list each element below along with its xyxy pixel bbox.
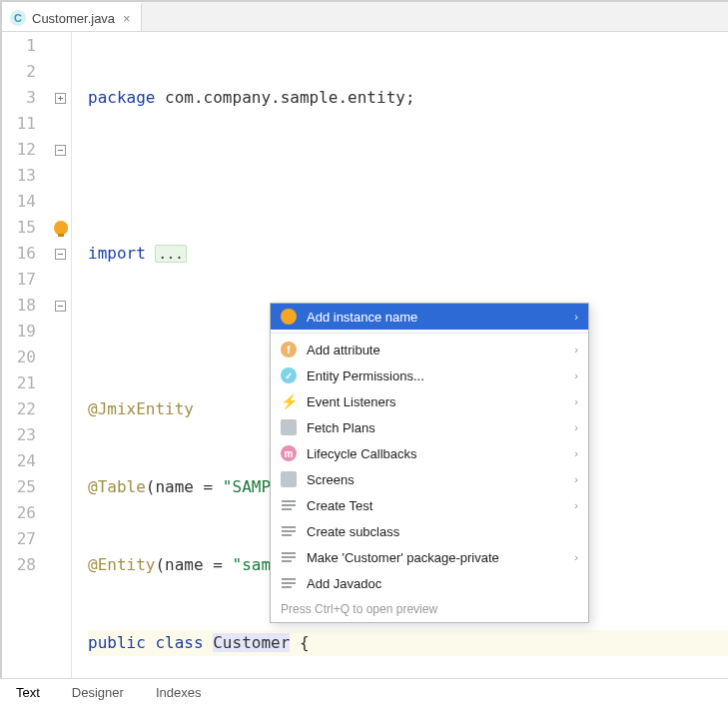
field-icon: f <box>281 342 297 357</box>
lines-icon <box>281 575 297 591</box>
annotation: @Entity <box>88 555 155 574</box>
chevron-right-icon: › <box>574 344 578 355</box>
chevron-right-icon: › <box>574 473 578 485</box>
menu-label: Create subclass <box>307 524 399 539</box>
menu-label: Make 'Customer' package-private <box>307 550 499 565</box>
fold-collapse-icon[interactable] <box>50 137 71 163</box>
code-editor: 1 2 3 11 12 13 14 15 16 17 18 19 20 21 2… <box>2 32 728 678</box>
chevron-right-icon: › <box>574 421 578 433</box>
menu-item-make-package-private[interactable]: Make 'Customer' package-private › <box>271 544 588 570</box>
class-name: Customer <box>213 633 290 652</box>
line-number: 11 <box>2 111 50 137</box>
lines-icon <box>281 523 297 539</box>
menu-label: Screens <box>307 472 355 487</box>
method-icon: m <box>281 445 297 461</box>
menu-item-create-test[interactable]: Create Test › <box>271 492 588 518</box>
menu-item-create-subclass[interactable]: Create subclass <box>271 518 588 544</box>
lines-icon <box>281 549 297 565</box>
line-number-gutter: 1 2 3 11 12 13 14 15 16 17 18 19 20 21 2… <box>2 32 50 678</box>
line-number: 3 <box>2 85 50 111</box>
fold-expand-icon[interactable] <box>50 85 71 111</box>
bulb-icon <box>281 309 297 325</box>
fold-gutter <box>50 32 72 678</box>
menu-label: Add Javadoc <box>307 576 381 591</box>
line-number: 19 <box>2 319 50 345</box>
kw: public class <box>88 633 204 652</box>
kw: package <box>88 88 155 107</box>
menu-label: Add instance name <box>307 310 417 325</box>
intention-bulb-icon[interactable] <box>50 215 71 241</box>
line-number: 21 <box>2 370 50 396</box>
line-number: 14 <box>2 189 50 215</box>
lines-icon <box>281 497 297 513</box>
menu-label: Create Test <box>307 498 372 513</box>
menu-item-add-javadoc[interactable]: Add Javadoc <box>271 570 588 596</box>
line-number: 20 <box>2 345 50 370</box>
menu-item-event-listeners[interactable]: ⚡ Event Listeners › <box>271 388 588 414</box>
line-number: 25 <box>2 474 50 500</box>
menu-item-add-instance-name[interactable]: Add instance name › <box>271 304 588 330</box>
menu-label: Event Listeners <box>307 394 396 409</box>
chevron-right-icon: › <box>574 311 578 323</box>
bottom-tab-bar: Text Designer Indexes <box>1 678 728 706</box>
annotation: @JmixEntity <box>88 399 194 418</box>
line-number: 15 <box>2 215 50 241</box>
line-number: 22 <box>2 396 50 422</box>
file-tab[interactable]: C Customer.java × <box>2 2 142 31</box>
menu-item-screens[interactable]: Screens › <box>271 466 588 492</box>
menu-item-fetch-plans[interactable]: Fetch Plans › <box>271 414 588 440</box>
menu-label: Add attribute <box>307 343 380 357</box>
line-number: 17 <box>2 267 50 293</box>
shield-icon: ✓ <box>281 367 297 383</box>
java-class-icon: C <box>10 10 26 26</box>
bottom-tab-indexes[interactable]: Indexes <box>140 679 218 706</box>
line-number: 24 <box>2 448 50 474</box>
line-number: 27 <box>2 526 50 552</box>
current-line: public class Customer { <box>88 630 728 656</box>
menu-label: Entity Permissions... <box>307 368 424 383</box>
fold-placeholder[interactable]: ... <box>155 245 186 263</box>
kw: import <box>88 244 146 263</box>
line-number: 18 <box>2 293 50 319</box>
chevron-right-icon: › <box>574 395 578 407</box>
lightning-icon: ⚡ <box>281 393 297 409</box>
menu-label: Fetch Plans <box>307 420 375 435</box>
bottom-tab-text[interactable]: Text <box>1 679 56 706</box>
menu-separator <box>271 333 588 334</box>
chevron-right-icon: › <box>574 499 578 511</box>
grid-icon <box>281 419 297 435</box>
chevron-right-icon: › <box>574 447 578 459</box>
bottom-tab-designer[interactable]: Designer <box>56 679 140 706</box>
line-number: 13 <box>2 163 50 189</box>
menu-item-add-attribute[interactable]: f Add attribute › <box>271 337 588 362</box>
line-number: 1 <box>2 33 50 59</box>
line-number: 28 <box>2 552 50 578</box>
fold-collapse-icon[interactable] <box>50 293 71 319</box>
intention-popup: Add instance name › f Add attribute › ✓ … <box>270 303 589 623</box>
close-icon[interactable]: × <box>121 11 133 26</box>
chevron-right-icon: › <box>574 369 578 381</box>
popup-hint: Press Ctrl+Q to open preview <box>271 596 588 622</box>
fold-collapse-icon[interactable] <box>50 241 71 267</box>
annotation: @Table <box>88 477 146 496</box>
editor-tab-bar: C Customer.java × <box>2 2 728 32</box>
line-number: 2 <box>2 59 50 85</box>
chevron-right-icon: › <box>574 551 578 563</box>
line-number: 23 <box>2 422 50 448</box>
tab-filename: Customer.java <box>32 11 115 26</box>
txt: com.company.sample.entity; <box>155 88 414 107</box>
screen-icon <box>281 471 297 487</box>
menu-label: Lifecycle Callbacks <box>307 446 417 461</box>
menu-item-lifecycle-callbacks[interactable]: m Lifecycle Callbacks › <box>271 440 588 466</box>
line-number: 12 <box>2 137 50 163</box>
menu-item-entity-permissions[interactable]: ✓ Entity Permissions... › <box>271 362 588 388</box>
line-number: 26 <box>2 500 50 526</box>
line-number: 16 <box>2 241 50 267</box>
